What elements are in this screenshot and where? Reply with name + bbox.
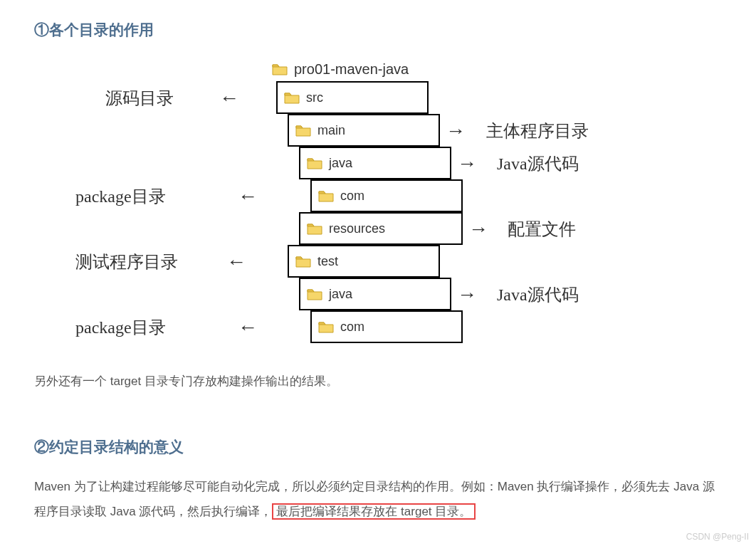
node-label: src (306, 90, 323, 105)
node-java-main: java (299, 147, 451, 179)
node-com-main: com (310, 179, 463, 212)
node-label: resources (329, 221, 385, 236)
folder-icon (295, 123, 312, 137)
arrow-right-icon: → (457, 154, 477, 174)
label-res: 配置文件 (508, 218, 576, 241)
paragraph-target-note: 另外还有一个 target 目录专门存放构建操作输出的结果。 (34, 369, 722, 394)
arrow-left-icon: ← (219, 88, 239, 108)
label-src: 源码目录 (105, 87, 174, 110)
folder-icon (306, 221, 323, 236)
node-label: test (317, 254, 338, 269)
node-resources: resources (299, 212, 463, 245)
label-test: 测试程序目录 (75, 251, 178, 273)
label-pkg2: package目录 (75, 316, 166, 339)
highlighted-text: 最后把编译结果存放在 target 目录。 (272, 503, 476, 520)
watermark: CSDN @Peng-II (686, 532, 749, 542)
node-label: pro01-maven-java (294, 61, 409, 78)
folder-icon (306, 156, 323, 170)
arrow-left-icon: ← (226, 252, 246, 272)
folder-icon (306, 287, 323, 301)
arrow-left-icon: ← (238, 317, 258, 337)
arrow-left-icon: ← (238, 187, 258, 206)
folder-icon (317, 320, 335, 334)
node-com-test: com (310, 310, 463, 343)
node-label: java (329, 156, 352, 171)
folder-icon (317, 189, 335, 203)
node-label: main (317, 123, 345, 138)
label-pkg: package目录 (75, 185, 166, 208)
arrow-right-icon: → (446, 121, 466, 141)
directory-diagram: pro01-maven-java src 源码目录 ← main → 主体程序目… (56, 53, 668, 352)
node-java-test: java (299, 278, 451, 310)
node-label: java (329, 287, 352, 302)
label-java: Java源代码 (497, 152, 579, 175)
label-main: 主体程序目录 (486, 120, 589, 142)
paragraph-explanation: Maven 为了让构建过程能够尽可能自动化完成，所以必须约定目录结构的作用。例如… (34, 474, 722, 525)
folder-icon (283, 90, 300, 105)
node-src: src (276, 81, 429, 114)
node-test: test (288, 245, 440, 278)
arrow-right-icon: → (468, 219, 488, 239)
node-label: com (340, 189, 364, 204)
label-java2: Java源代码 (497, 283, 579, 306)
section-heading-1: ①各个目录的作用 (34, 20, 722, 40)
section-heading-2: ②约定目录结构的意义 (34, 437, 722, 457)
arrow-right-icon: → (457, 285, 477, 305)
node-main: main (288, 114, 440, 147)
node-label: com (340, 320, 364, 335)
folder-icon (271, 62, 288, 76)
folder-icon (295, 254, 312, 268)
